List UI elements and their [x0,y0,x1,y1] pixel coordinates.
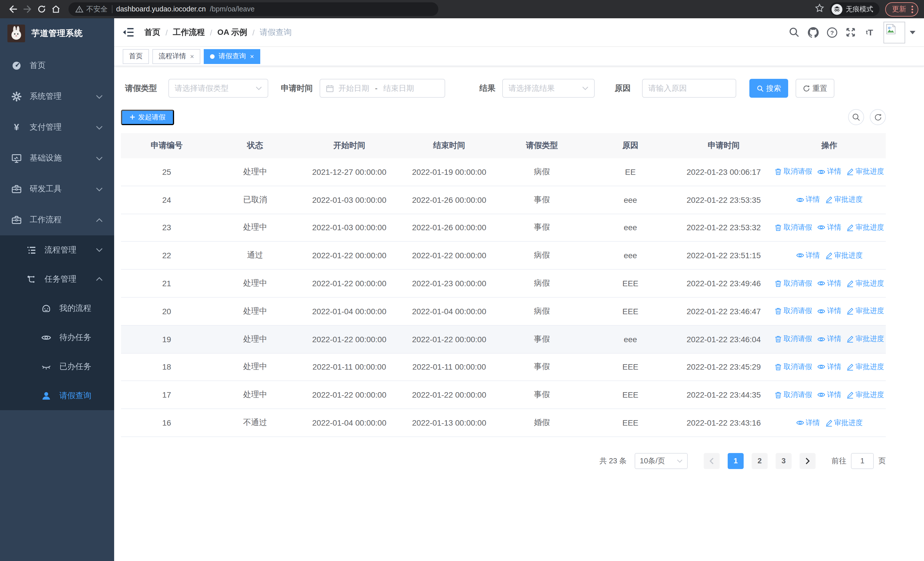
detail-link[interactable]: 详情 [817,362,841,372]
cell-actions: 取消请假详情审批进度 [773,307,886,316]
approval-progress-link[interactable]: 审批进度 [846,390,884,400]
detail-link[interactable]: 详情 [796,418,820,428]
sidebar-item-done-tasks[interactable]: 已办任务 [0,352,114,381]
sidebar-item-label: 已办任务 [59,361,92,371]
approval-progress-link[interactable]: 审批进度 [846,362,884,372]
page-button-2[interactable]: 2 [752,453,768,469]
url-bar[interactable]: 不安全 dashboard.yudao.iocoder.cn/bpm/oa/le… [69,2,438,16]
cancel-leave-link[interactable]: 取消请假 [774,334,812,344]
bookmark-star-icon[interactable] [815,3,824,15]
fullscreen-icon[interactable] [841,27,860,38]
sidebar-item-leave-query[interactable]: 请假查询 [0,381,114,410]
filter-form: 请假类型 请选择请假类型 申请时间 开始日期 - 结束日期 结果 请选择流结果 [121,79,886,98]
browser-update-button[interactable]: 更新 [885,2,918,16]
site-security-indicator[interactable]: 不安全 [75,4,108,14]
page-header: 首页 / 工作流程 / OA 示例 / 请假查询 ? tT [114,18,924,47]
approval-progress-link[interactable]: 审批进度 [846,278,884,288]
browser-menu-dots-icon[interactable] [912,5,913,13]
browser-home-icon[interactable] [48,2,63,16]
browser-back-icon[interactable] [6,2,20,16]
detail-link[interactable]: 详情 [817,390,841,400]
cell-end: 2022-01-23 00:00:00 [400,279,498,288]
approval-progress-link[interactable]: 审批进度 [825,418,862,428]
edit-pen-icon [846,168,854,176]
goto-page-input[interactable] [851,453,874,469]
detail-link[interactable]: 详情 [817,167,841,177]
detail-link[interactable]: 详情 [796,195,820,205]
browser-forward-icon[interactable] [20,2,34,16]
approval-progress-link[interactable]: 审批进度 [846,334,884,344]
close-icon[interactable]: × [250,52,254,60]
search-icon[interactable] [785,27,804,38]
breadcrumb-home[interactable]: 首页 [144,27,160,38]
help-icon[interactable]: ? [822,27,841,38]
detail-link[interactable]: 详情 [817,307,841,316]
cancel-leave-link[interactable]: 取消请假 [774,307,812,316]
sidebar-collapse-icon[interactable] [123,27,134,37]
leave-type-select[interactable]: 请选择请假类型 [168,79,268,98]
cancel-leave-link[interactable]: 取消请假 [774,362,812,372]
sidebar-item-task-management[interactable]: 任务管理 [0,265,114,294]
edit-pen-icon [825,196,832,203]
cell-applied: 2022-01-23 00:06:17 [675,167,773,176]
cancel-leave-link[interactable]: 取消请假 [774,167,812,177]
table-refresh-button[interactable] [870,109,886,125]
refresh-icon [803,85,810,92]
cell-actions: 取消请假详情审批进度 [773,167,886,177]
approval-progress-link[interactable]: 审批进度 [825,251,862,260]
search-button[interactable]: 搜索 [749,79,788,98]
table-row: 21处理中2022-01-22 00:00:002022-01-23 00:00… [121,270,886,298]
trash-icon [774,308,782,315]
result-select[interactable]: 请选择流结果 [502,79,595,98]
detail-link[interactable]: 详情 [817,278,841,288]
edit-pen-icon [846,280,854,287]
approval-progress-link[interactable]: 审批进度 [846,223,884,233]
approval-progress-link[interactable]: 审批进度 [825,195,862,205]
cancel-leave-link[interactable]: 取消请假 [774,278,812,288]
briefcase-icon [11,215,22,225]
close-icon[interactable]: × [190,52,194,60]
breadcrumb-workflow[interactable]: 工作流程 [173,27,205,38]
create-leave-button[interactable]: 发起请假 [121,110,174,125]
detail-link[interactable]: 详情 [796,251,820,260]
table-search-toggle-button[interactable] [848,109,864,125]
sidebar-item-my-processes[interactable]: 我的流程 [0,294,114,323]
browser-reload-icon[interactable] [34,2,48,16]
page-size-select[interactable]: 10条/页 [634,453,688,469]
reset-button[interactable]: 重置 [796,79,834,98]
cell-actions: 详情审批进度 [773,195,886,205]
sidebar-item-process-management[interactable]: 流程管理 [0,235,114,265]
cell-start: 2022-01-22 00:00:00 [298,334,400,344]
sidebar-item-system-management[interactable]: 系统管理 [0,81,114,112]
cancel-leave-link[interactable]: 取消请假 [774,223,812,233]
github-icon[interactable] [804,27,822,38]
tab-process-detail[interactable]: 流程详情 × [152,49,200,64]
page-button-3[interactable]: 3 [776,453,792,469]
approval-progress-link[interactable]: 审批进度 [846,167,884,177]
caret-down-icon[interactable] [910,30,915,34]
chevron-up-icon [96,218,103,222]
sidebar-item-workflow[interactable]: 工作流程 [0,205,114,235]
prev-page-button[interactable] [704,453,720,469]
next-page-button[interactable] [800,453,816,469]
tab-bar: 首页 流程详情 × 请假查询 × [114,47,924,66]
sidebar-item-payment-management[interactable]: ¥ 支付管理 [0,112,114,143]
tab-leave-query[interactable]: 请假查询 × [204,49,260,64]
approval-progress-link[interactable]: 审批进度 [846,307,884,316]
sidebar-item-todo-tasks[interactable]: 待办任务 [0,323,114,352]
sidebar-item-dev-tools[interactable]: 研发工具 [0,174,114,205]
reason-input[interactable] [642,79,736,98]
detail-link[interactable]: 详情 [817,334,841,344]
sidebar-item-infrastructure[interactable]: 基础设施 [0,143,114,174]
avatar[interactable] [884,21,905,43]
chevron-down-icon [96,125,103,129]
sidebar-item-home[interactable]: 首页 [0,50,114,81]
breadcrumb-oa-example[interactable]: OA 示例 [218,27,248,38]
detail-link[interactable]: 详情 [817,223,841,233]
font-size-icon[interactable]: tT [860,27,879,37]
apply-time-range-picker[interactable]: 开始日期 - 结束日期 [320,79,445,98]
page-button-1[interactable]: 1 [728,453,744,469]
url-path: /bpm/oa/leave [210,5,255,13]
tab-home[interactable]: 首页 [123,49,149,64]
cancel-leave-link[interactable]: 取消请假 [774,390,812,400]
